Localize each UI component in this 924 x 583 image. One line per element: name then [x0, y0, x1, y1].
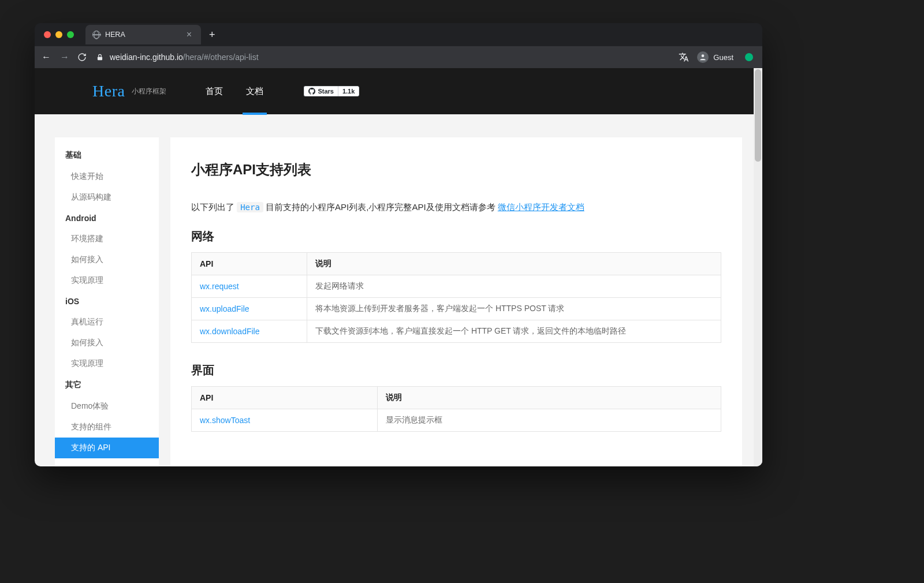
- page-title: 小程序API支持列表: [191, 160, 721, 179]
- api-cell: wx.uploadFile: [192, 297, 307, 320]
- section-title: 网络: [191, 229, 721, 244]
- desc-cell: 显示消息提示框: [378, 409, 721, 431]
- api-table: API说明wx.request发起网络请求wx.uploadFile将本地资源上…: [191, 252, 721, 343]
- intro-paragraph: 以下列出了 Hera 目前支持的小程序API列表,小程序完整API及使用文档请参…: [191, 200, 721, 215]
- sidebar-heading: 其它: [55, 374, 159, 396]
- svg-rect-0: [98, 57, 102, 60]
- sidebar-item[interactable]: 实现原理: [55, 353, 159, 374]
- table-header: API: [192, 386, 378, 409]
- table-header: API: [192, 252, 307, 275]
- sections-container: 网络API说明wx.request发起网络请求wx.uploadFile将本地资…: [191, 229, 721, 432]
- api-link[interactable]: wx.uploadFile: [200, 304, 249, 313]
- scrollbar-thumb[interactable]: [755, 69, 761, 162]
- window-controls: [40, 31, 77, 38]
- new-tab-button[interactable]: +: [201, 29, 223, 41]
- page-body: 基础快速开始从源码构建Android环境搭建如何接入实现原理iOS真机运行如何接…: [35, 114, 762, 466]
- table-header: 说明: [307, 252, 721, 275]
- intro-prefix: 以下列出了: [191, 202, 237, 212]
- table-row: wx.showToast显示消息提示框: [192, 409, 721, 431]
- github-stars-badge[interactable]: Stars 1.1k: [304, 86, 359, 96]
- tab-bar: HERA × +: [35, 23, 762, 46]
- sidebar-heading: iOS: [55, 291, 159, 312]
- api-cell: wx.request: [192, 275, 307, 297]
- browser-toolbar: ← → weidian-inc.github.io/hera/#/others/…: [35, 46, 762, 68]
- github-stars-count: 1.1k: [338, 86, 359, 96]
- address-bar[interactable]: weidian-inc.github.io/hera/#/others/api-…: [96, 53, 672, 62]
- toolbar-right: Guest: [679, 51, 757, 63]
- brand-subtitle: 小程序框架: [132, 87, 166, 96]
- reload-button[interactable]: [77, 53, 89, 62]
- translate-icon[interactable]: [679, 52, 689, 62]
- desc-cell: 将本地资源上传到开发者服务器，客户端发起一个 HTTPS POST 请求: [307, 297, 721, 320]
- table-row: wx.downloadFile下载文件资源到本地，客户端直接发起一个 HTTP …: [192, 320, 721, 342]
- profile-menu[interactable]: Guest: [697, 51, 733, 63]
- globe-icon: [92, 31, 100, 39]
- scrollbar-track[interactable]: [754, 68, 762, 466]
- desc-cell: 发起网络请求: [307, 275, 721, 297]
- tab-title: HERA: [105, 31, 125, 39]
- sidebar-item[interactable]: 环境搭建: [55, 229, 159, 249]
- sidebar-item[interactable]: 支持的组件: [55, 417, 159, 438]
- intro-code: Hera: [237, 202, 263, 212]
- extension-icon[interactable]: [745, 53, 753, 61]
- wechat-docs-link[interactable]: 微信小程序开发者文档: [498, 202, 584, 212]
- sidebar-heading: Android: [55, 208, 159, 229]
- forward-button[interactable]: →: [59, 52, 70, 62]
- table-row: wx.uploadFile将本地资源上传到开发者服务器，客户端发起一个 HTTP…: [192, 297, 721, 320]
- window-minimize-button[interactable]: [55, 31, 62, 38]
- api-cell: wx.showToast: [192, 409, 378, 431]
- sidebar: 基础快速开始从源码构建Android环境搭建如何接入实现原理iOS真机运行如何接…: [55, 137, 159, 466]
- url-host: weidian-inc.github.io: [110, 53, 183, 62]
- main-content: 小程序API支持列表 以下列出了 Hera 目前支持的小程序API列表,小程序完…: [170, 137, 742, 466]
- api-table: API说明wx.showToast显示消息提示框: [191, 386, 721, 432]
- sidebar-item[interactable]: 支持的 API: [55, 438, 159, 458]
- window-close-button[interactable]: [44, 31, 51, 38]
- sidebar-item[interactable]: 从源码构建: [55, 187, 159, 208]
- sidebar-item[interactable]: 快速开始: [55, 166, 159, 187]
- url-path: /hera/#/others/api-list: [183, 53, 259, 62]
- nav-item-docs[interactable]: 文档: [246, 68, 263, 114]
- site-header: Hera 小程序框架 首页 文档 Stars 1.1k: [35, 68, 762, 114]
- table-row: wx.request发起网络请求: [192, 275, 721, 297]
- lock-icon: [96, 53, 104, 61]
- avatar-icon: [697, 51, 709, 63]
- tab-close-button[interactable]: ×: [184, 30, 194, 39]
- api-cell: wx.downloadFile: [192, 320, 307, 342]
- api-link[interactable]: wx.request: [200, 282, 239, 291]
- browser-tab-active[interactable]: HERA ×: [85, 25, 201, 44]
- back-button[interactable]: ←: [40, 52, 52, 62]
- browser-window: HERA × + ← → weidian-inc.github.io/hera/…: [35, 23, 762, 466]
- table-header: 说明: [378, 386, 721, 409]
- section-title: 界面: [191, 362, 721, 378]
- sidebar-item[interactable]: 实现原理: [55, 270, 159, 291]
- desc-cell: 下载文件资源到本地，客户端直接发起一个 HTTP GET 请求，返回文件的本地临…: [307, 320, 721, 342]
- url-text: weidian-inc.github.io/hera/#/others/api-…: [110, 53, 259, 62]
- github-stars-label: Stars: [304, 86, 338, 96]
- sidebar-item[interactable]: 真机运行: [55, 312, 159, 332]
- profile-label: Guest: [713, 53, 733, 62]
- brand-logo[interactable]: Hera: [92, 82, 125, 100]
- sidebar-item[interactable]: 如何接入: [55, 249, 159, 270]
- nav-item-home[interactable]: 首页: [206, 68, 223, 114]
- primary-nav: 首页 文档 Stars 1.1k: [206, 68, 359, 114]
- sidebar-heading: 基础: [55, 144, 159, 166]
- svg-point-1: [702, 54, 705, 57]
- page-viewport: Hera 小程序框架 首页 文档 Stars 1.1k 基础快速开始从源码构建A…: [35, 68, 762, 466]
- intro-mid: 目前支持的小程序API列表,小程序完整API及使用文档请参考: [266, 202, 498, 212]
- sidebar-item[interactable]: Demo体验: [55, 396, 159, 417]
- window-maximize-button[interactable]: [67, 31, 74, 38]
- sidebar-item[interactable]: 如何接入: [55, 332, 159, 353]
- api-link[interactable]: wx.downloadFile: [200, 327, 260, 336]
- api-link[interactable]: wx.showToast: [200, 416, 250, 425]
